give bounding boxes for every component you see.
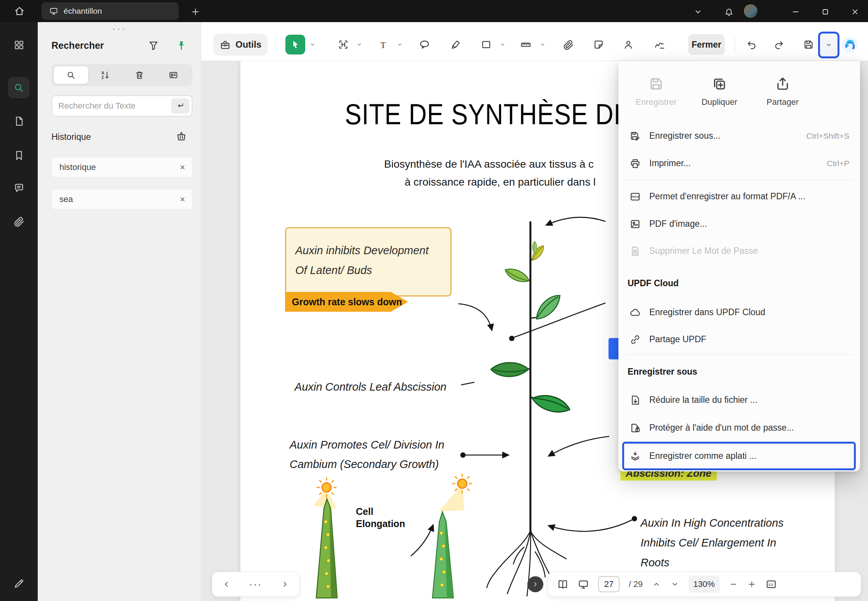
search-mode-sort[interactable] bbox=[88, 66, 123, 84]
page-number-box bbox=[598, 576, 620, 592]
sticker-tool-button[interactable] bbox=[589, 35, 608, 54]
heading-tool-button[interactable] bbox=[334, 35, 352, 54]
history-item[interactable]: sea bbox=[51, 189, 192, 210]
maximize-button[interactable] bbox=[819, 6, 832, 18]
diagram-label-line: Auxin In High Concentrations bbox=[641, 513, 784, 533]
text-tool-dropdown[interactable] bbox=[396, 41, 403, 48]
menu-item-pdfa[interactable]: Permet d'enregistrer au format PDF/A ... bbox=[625, 183, 854, 210]
pages-rail-button[interactable] bbox=[13, 115, 25, 127]
attach-tool-button[interactable] bbox=[559, 35, 578, 54]
close-tools-button[interactable]: Fermer bbox=[688, 34, 725, 55]
close-button[interactable] bbox=[849, 6, 862, 18]
save-icon bbox=[803, 39, 814, 50]
trash-icon bbox=[135, 70, 144, 80]
select-tool-button[interactable] bbox=[285, 35, 305, 54]
page-down-button[interactable] bbox=[670, 580, 679, 589]
menu-item-save-cloud[interactable]: Enregistrer dans UPDF Cloud bbox=[625, 298, 854, 326]
search-submit-button[interactable] bbox=[171, 98, 189, 114]
menu-item-remove-password[interactable]: Supprimer Le Mot de Passe bbox=[625, 237, 854, 265]
search-icon bbox=[66, 70, 76, 80]
signature-tool-button[interactable] bbox=[650, 35, 669, 54]
save-dropdown-button[interactable] bbox=[818, 32, 839, 58]
tools-button[interactable]: Outils bbox=[213, 34, 267, 56]
remove-history-button[interactable] bbox=[178, 195, 187, 204]
page-nav-pill: ··· bbox=[212, 572, 299, 597]
ruler-icon bbox=[520, 39, 532, 50]
menu-save-button[interactable]: Enregistrer bbox=[625, 76, 688, 107]
measure-tool-button[interactable] bbox=[517, 35, 535, 54]
text-tool-button[interactable] bbox=[374, 35, 392, 54]
search-mode-clear[interactable] bbox=[122, 66, 157, 84]
zoom-out-button[interactable] bbox=[729, 580, 738, 589]
document-subtitle: à croissance rapide, en particulier dans… bbox=[405, 176, 596, 188]
search-mode-text[interactable] bbox=[53, 66, 88, 84]
search-input[interactable] bbox=[58, 101, 171, 111]
notifications-button[interactable] bbox=[722, 6, 735, 18]
zoom-in-button[interactable] bbox=[747, 580, 756, 589]
diagram-label: Auxin In High Concentrations Inhibits Ce… bbox=[641, 513, 784, 572]
save-as-icon bbox=[629, 130, 641, 142]
home-icon bbox=[14, 5, 25, 17]
menu-item-save-flattened[interactable]: Enregistrer comme aplati ... bbox=[622, 442, 856, 470]
new-tab-button[interactable] bbox=[189, 6, 202, 18]
menu-item-protect-password[interactable]: Protéger à l'aide d'un mot de passe... bbox=[625, 414, 854, 442]
menu-item-updf-share[interactable]: Partage UPDF bbox=[625, 325, 854, 353]
paperclip-icon bbox=[563, 39, 574, 50]
page-number-input[interactable] bbox=[599, 577, 619, 591]
menu-item-pdf-image[interactable]: PDF d'image... bbox=[625, 210, 854, 238]
save-button[interactable] bbox=[799, 35, 818, 54]
panel-drag-handle[interactable]: ··· bbox=[38, 23, 201, 35]
comment-tool-button[interactable] bbox=[415, 35, 434, 54]
minimize-button[interactable] bbox=[789, 6, 802, 18]
undo-button[interactable] bbox=[743, 35, 761, 54]
attachments-rail-button[interactable] bbox=[13, 216, 25, 227]
stamp-tool-button[interactable] bbox=[619, 35, 637, 54]
menu-item-print[interactable]: Imprimer... Ctrl+P bbox=[625, 149, 854, 177]
fit-page-button[interactable] bbox=[766, 579, 777, 590]
titlebar-chevron-button[interactable] bbox=[692, 6, 705, 18]
heading-icon bbox=[338, 39, 349, 50]
presentation-view-button[interactable] bbox=[578, 579, 589, 590]
menu-item-label: Partage UPDF bbox=[649, 334, 706, 345]
next-page-button[interactable] bbox=[280, 579, 290, 589]
filter-button[interactable] bbox=[148, 40, 159, 51]
highlighter-tool-button[interactable] bbox=[447, 35, 465, 54]
shape-tool-button[interactable] bbox=[477, 35, 495, 54]
menu-section-save-as: Enregistrer sous bbox=[628, 367, 697, 377]
document-tab[interactable]: échantillon bbox=[42, 2, 179, 20]
shape-tool-dropdown[interactable] bbox=[499, 41, 506, 48]
pin-panel-button[interactable] bbox=[176, 40, 187, 51]
undo-icon bbox=[746, 39, 757, 50]
home-button[interactable] bbox=[13, 5, 26, 17]
redo-button[interactable] bbox=[770, 35, 788, 54]
person-stamp-icon bbox=[623, 39, 634, 50]
menu-item-shortcut: Ctrl+Shift+S bbox=[806, 131, 854, 141]
document-title: SITE DE SYNTHÈSE DI bbox=[345, 98, 621, 131]
expand-statusbar-button[interactable] bbox=[527, 576, 543, 592]
search-mode-redact[interactable] bbox=[157, 66, 191, 84]
menu-share-button[interactable]: Partager bbox=[751, 76, 814, 107]
history-item[interactable]: historique bbox=[51, 157, 192, 178]
clear-history-button[interactable] bbox=[176, 130, 187, 142]
select-tool-dropdown[interactable] bbox=[309, 41, 316, 48]
bookmarks-rail-button[interactable] bbox=[13, 150, 25, 161]
link-icon bbox=[629, 334, 641, 345]
menu-duplicate-button[interactable]: Dupliquer bbox=[688, 76, 751, 107]
heading-tool-dropdown[interactable] bbox=[356, 41, 363, 48]
annotate-rail-button[interactable] bbox=[13, 578, 25, 589]
page-nav-more-button[interactable]: ··· bbox=[249, 579, 263, 590]
menu-item-label: PDF d'image... bbox=[649, 219, 707, 229]
apps-grid-button[interactable] bbox=[13, 39, 25, 51]
zoom-level[interactable]: 130% bbox=[689, 576, 720, 593]
search-rail-button[interactable] bbox=[8, 77, 29, 98]
previous-page-button[interactable] bbox=[221, 579, 231, 589]
menu-item-reduce-size[interactable]: Réduire la taille du fichier ... bbox=[625, 386, 854, 414]
page-up-button[interactable] bbox=[652, 580, 661, 589]
comments-rail-button[interactable] bbox=[13, 182, 25, 194]
avatar[interactable] bbox=[743, 4, 758, 18]
updf-ai-button[interactable] bbox=[841, 36, 859, 54]
measure-tool-dropdown[interactable] bbox=[539, 41, 546, 48]
menu-item-save-as[interactable]: Enregistrer sous... Ctrl+Shift+S bbox=[625, 122, 854, 150]
spread-view-button[interactable] bbox=[557, 579, 569, 590]
remove-history-button[interactable] bbox=[178, 163, 187, 171]
